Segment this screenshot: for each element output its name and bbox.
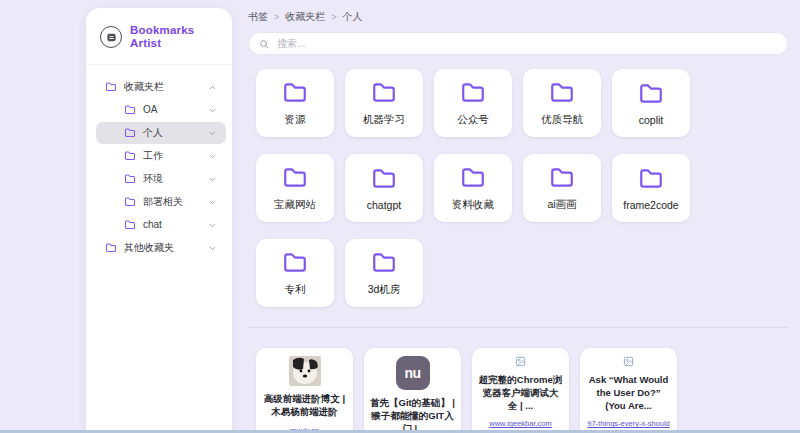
folder-card[interactable]: 资料收藏	[434, 154, 512, 222]
folder-card[interactable]: 宝藏网站	[256, 154, 334, 222]
main-content: 书签>收藏夹栏>个人 资源 机器学习 公众号 优质导航 coplit	[232, 0, 800, 433]
sidebar-item-label: 其他收藏夹	[124, 242, 174, 254]
chevron-down-icon[interactable]	[208, 129, 217, 138]
bookmark-thumbnail	[515, 356, 526, 367]
sidebar-header: Bookmarks Artist	[86, 8, 232, 65]
folder-icon	[105, 81, 117, 93]
folder-card[interactable]: ai画画	[523, 154, 601, 222]
folder-icon	[105, 242, 117, 254]
breadcrumb-separator: >	[331, 12, 336, 22]
sidebar-item[interactable]: 个人	[96, 122, 226, 144]
bookmark-card[interactable]: 超完整的Chrome浏览器客户端调试大全 | ... www.igeekbar.…	[472, 348, 569, 433]
folder-label: 3d机房	[368, 283, 401, 297]
bookmark-card[interactable]: 高级前端进阶博文 | 木易杨前端进阶 muyiy.cn	[256, 348, 353, 433]
breadcrumb-item[interactable]: 收藏夹栏	[285, 10, 325, 24]
chevron-down-icon[interactable]	[208, 244, 217, 253]
folder-icon	[369, 250, 399, 276]
sidebar-item-label: 个人	[143, 127, 163, 139]
bookmark-title: 高级前端进阶博文 | 木易杨前端进阶	[262, 393, 347, 419]
sidebar: Bookmarks Artist 收藏夹栏 OA 个人 工作	[86, 8, 232, 433]
chevron-down-icon[interactable]	[208, 221, 217, 230]
logo-badge: nu	[396, 356, 430, 390]
folder-icon	[280, 80, 310, 106]
dog-photo-thumbnail	[289, 356, 321, 386]
chevron-down-icon[interactable]	[208, 152, 217, 161]
search-input[interactable]	[275, 37, 777, 50]
bookmark-link[interactable]: www.igeekbar.com	[489, 419, 552, 430]
folder-card[interactable]: coplit	[612, 69, 690, 137]
folder-card[interactable]: 公众号	[434, 69, 512, 137]
folder-label: 专利	[285, 283, 306, 297]
section-divider	[248, 327, 788, 328]
sidebar-item[interactable]: 工作	[96, 145, 226, 167]
sidebar-item-label: 工作	[143, 150, 163, 162]
folder-card[interactable]: 优质导航	[523, 69, 601, 137]
broken-image-icon	[623, 356, 634, 367]
folder-label: ai画画	[547, 198, 576, 212]
folder-icon	[369, 80, 399, 106]
folder-card[interactable]: 专利	[256, 239, 334, 307]
sidebar-item-label: 收藏夹栏	[124, 81, 164, 93]
sidebar-item[interactable]: chat	[96, 214, 226, 236]
folder-label: chatgpt	[367, 199, 401, 211]
folder-icon	[636, 81, 666, 107]
sidebar-item-label: chat	[143, 219, 162, 231]
folder-icon	[280, 165, 310, 191]
folder-icon	[369, 166, 399, 192]
folder-icon	[547, 165, 577, 191]
folder-icon	[124, 173, 136, 185]
breadcrumb: 书签>收藏夹栏>个人	[248, 10, 788, 24]
brand-logo-icon	[100, 26, 122, 48]
folder-icon	[124, 127, 136, 139]
folder-icon	[280, 250, 310, 276]
chevron-up-icon[interactable]	[208, 83, 217, 92]
bookmark-thumbnail: nu	[396, 356, 430, 390]
bookmark-card[interactable]: nu 首先【Git的基础】 | 猴子都能懂的GIT入门 |.. backlog.…	[364, 348, 461, 433]
breadcrumb-item[interactable]: 个人	[343, 10, 363, 24]
broken-image-icon	[515, 356, 526, 367]
folder-card[interactable]: 资源	[256, 69, 334, 137]
folder-label: 机器学习	[363, 113, 405, 127]
sidebar-item[interactable]: 环境	[96, 168, 226, 190]
folder-label: 资源	[285, 113, 306, 127]
bookmark-thumbnail	[623, 356, 634, 367]
breadcrumb-item[interactable]: 书签	[248, 10, 268, 24]
folder-grid: 资源 机器学习 公众号 优质导航 coplit 宝藏网站 chatgpt	[256, 69, 690, 307]
sidebar-tree: 收藏夹栏 OA 个人 工作 环境	[86, 65, 232, 259]
folder-label: 宝藏网站	[274, 198, 316, 212]
bookmark-title: 超完整的Chrome浏览器客户端调试大全 | ...	[478, 374, 563, 412]
folder-card[interactable]: 3d机房	[345, 239, 423, 307]
chevron-down-icon[interactable]	[208, 175, 217, 184]
folder-icon	[124, 104, 136, 116]
search-icon	[259, 39, 269, 49]
bookmark-title: Ask “What Would the User Do?” (You Are..…	[586, 374, 671, 412]
sidebar-item-label: 部署相关	[143, 196, 183, 208]
folder-label: 资料收藏	[452, 198, 494, 212]
folder-card[interactable]: 机器学习	[345, 69, 423, 137]
search-bar[interactable]	[248, 32, 788, 55]
bookmark-title: 首先【Git的基础】 | 猴子都能懂的GIT入门 |..	[370, 397, 455, 433]
folder-icon	[636, 166, 666, 192]
folder-label: 公众号	[457, 113, 489, 127]
breadcrumb-separator: >	[274, 12, 279, 22]
folder-label: frame2code	[623, 199, 678, 211]
folder-icon	[458, 165, 488, 191]
folder-label: 优质导航	[541, 113, 583, 127]
brand-title: Bookmarks Artist	[130, 24, 222, 50]
bookmark-row: 高级前端进阶博文 | 木易杨前端进阶 muyiy.cn nu 首先【Git的基础…	[256, 348, 788, 433]
folder-icon	[124, 150, 136, 162]
bookmark-card[interactable]: Ask “What Would the User Do?” (You Are..…	[580, 348, 677, 433]
chevron-down-icon[interactable]	[208, 198, 217, 207]
sidebar-item[interactable]: 部署相关	[96, 191, 226, 213]
folder-icon	[458, 80, 488, 106]
chevron-down-icon[interactable]	[208, 106, 217, 115]
folder-card[interactable]: frame2code	[612, 154, 690, 222]
folder-icon	[124, 219, 136, 231]
folder-icon	[547, 80, 577, 106]
sidebar-item[interactable]: 其他收藏夹	[96, 237, 226, 259]
sidebar-item-label: OA	[143, 104, 157, 116]
sidebar-item[interactable]: OA	[96, 99, 226, 121]
sidebar-item-label: 环境	[143, 173, 163, 185]
folder-card[interactable]: chatgpt	[345, 154, 423, 222]
sidebar-item[interactable]: 收藏夹栏	[96, 76, 226, 98]
